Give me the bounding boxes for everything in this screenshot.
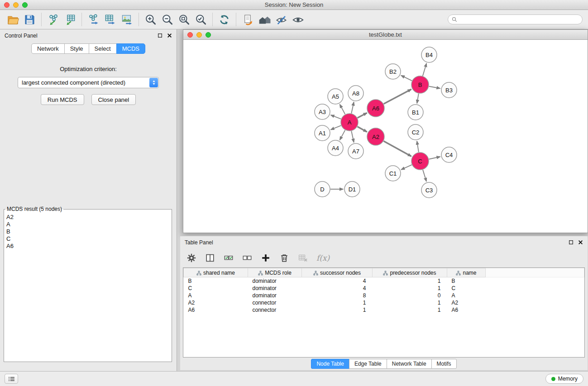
node-A[interactable]: A [341, 114, 358, 131]
network-zoom-button[interactable] [206, 32, 211, 38]
tab-motifs[interactable]: Motifs [431, 359, 457, 369]
zoom-out-icon[interactable] [159, 11, 176, 28]
zoom-window-button[interactable] [22, 2, 28, 8]
show-home-icon[interactable] [256, 11, 273, 28]
cell-predecessor-nodes[interactable]: 1 [373, 306, 447, 314]
show-overview-eye-icon[interactable] [290, 11, 306, 28]
dropdown-stepper-icon[interactable] [149, 78, 158, 87]
column-header-shared-name[interactable]: shared name [184, 268, 248, 277]
run-mcds-button[interactable]: Run MCDS [41, 94, 84, 105]
edge-B-to-B4[interactable] [423, 63, 426, 76]
node-D1[interactable]: D1 [344, 181, 360, 197]
node-B4[interactable]: B4 [421, 47, 437, 62]
network-minimize-button[interactable] [196, 32, 202, 38]
node-A7[interactable]: A7 [348, 143, 363, 159]
cell-shared-name[interactable]: A [184, 292, 248, 299]
close-panel-button[interactable]: Close panel [91, 94, 136, 105]
node-B1[interactable]: B1 [408, 105, 423, 120]
close-icon[interactable] [578, 240, 583, 245]
edge-A-to-A3[interactable] [331, 115, 341, 119]
mcds-result-item[interactable]: A6 [6, 243, 169, 250]
node-A1[interactable]: A1 [315, 125, 330, 141]
column-header-successor-nodes[interactable]: successor nodes [302, 268, 373, 277]
edge-C-to-C1[interactable] [401, 165, 412, 170]
function-builder-icon[interactable]: f(x) [316, 253, 330, 262]
cell-successor-nodes[interactable]: 4 [302, 285, 373, 292]
cell-name[interactable]: B [447, 277, 486, 285]
node-A5[interactable]: A5 [328, 89, 343, 104]
network-canvas[interactable]: B4B2BB3A5A8A6B1A3AC2A1A2A4A7C4CC1C3DD1 [183, 40, 588, 233]
save-session-icon[interactable] [21, 11, 38, 28]
node-B3[interactable]: B3 [441, 82, 457, 98]
memory-button[interactable]: Memory [545, 374, 583, 384]
node-C[interactable]: C [411, 152, 429, 170]
tab-select[interactable]: Select [89, 43, 117, 54]
column-header-mcds-role[interactable]: MCDS role [248, 268, 302, 277]
edge-A-to-A8[interactable] [351, 102, 354, 114]
cell-name[interactable]: A6 [447, 306, 486, 314]
mcds-result-item[interactable]: A [6, 221, 169, 228]
edge-B-to-B1[interactable] [417, 94, 419, 104]
cell-shared-name[interactable]: A6 [184, 306, 248, 314]
network-graph[interactable]: B4B2BB3A5A8A6B1A3AC2A1A2A4A7C4CC1C3DD1 [183, 40, 588, 233]
cell-name[interactable]: A [447, 292, 486, 299]
zoom-fit-content-icon[interactable] [176, 11, 192, 28]
search-field[interactable] [448, 14, 583, 24]
export-image-icon[interactable] [119, 11, 135, 28]
tab-node-table[interactable]: Node Table [311, 359, 349, 369]
cell-successor-nodes[interactable]: 1 [302, 299, 373, 306]
edge-A-to-A4[interactable] [340, 130, 345, 140]
open-session-file-icon[interactable] [239, 11, 256, 28]
edge-C-to-C4[interactable] [429, 157, 440, 159]
node-C3[interactable]: C3 [421, 182, 437, 198]
search-input[interactable] [459, 16, 578, 23]
node-A6[interactable]: A6 [367, 100, 384, 117]
cell-mcds-role[interactable]: connector [248, 299, 302, 306]
cell-shared-name[interactable]: B [184, 277, 248, 285]
columns-icon[interactable] [204, 252, 216, 264]
node-C4[interactable]: C4 [441, 147, 457, 162]
node-B[interactable]: B [411, 76, 429, 93]
edge-C-to-C3[interactable] [423, 170, 426, 181]
cell-mcds-role[interactable]: dominator [248, 277, 302, 285]
node-A8[interactable]: A8 [348, 86, 363, 101]
tab-style[interactable]: Style [64, 43, 89, 54]
tab-network-table[interactable]: Network Table [387, 359, 432, 369]
cell-shared-name[interactable]: C [184, 285, 248, 292]
edge-A-to-A2[interactable] [358, 127, 367, 132]
import-table-from-file-icon[interactable] [62, 11, 78, 28]
network-close-button[interactable] [187, 32, 193, 38]
node-D[interactable]: D [315, 181, 330, 197]
cell-predecessor-nodes[interactable]: 1 [373, 285, 447, 292]
cell-successor-nodes[interactable]: 1 [302, 306, 373, 314]
mcds-result-item[interactable]: C [6, 235, 169, 243]
open-file-icon[interactable] [5, 11, 21, 28]
select-all-icon[interactable] [223, 252, 234, 264]
cell-mcds-role[interactable]: dominator [248, 292, 302, 299]
cell-mcds-role[interactable]: dominator [248, 285, 302, 292]
delete-table-icon[interactable] [297, 252, 309, 264]
cell-successor-nodes[interactable]: 4 [302, 277, 373, 285]
close-window-button[interactable] [4, 2, 10, 8]
node-B2[interactable]: B2 [385, 64, 401, 79]
edge-A-to-A5[interactable] [340, 105, 345, 114]
cell-shared-name[interactable]: A2 [184, 299, 248, 306]
apply-preferred-layout-icon[interactable] [216, 11, 233, 28]
import-network-from-file-icon[interactable] [45, 11, 62, 28]
cell-name[interactable]: C [447, 285, 486, 292]
cell-mcds-role[interactable]: connector [248, 306, 302, 314]
deselect-all-icon[interactable] [241, 252, 253, 264]
edge-A2-to-C[interactable] [384, 141, 411, 157]
node-A4[interactable]: A4 [328, 140, 343, 156]
cell-name[interactable]: A2 [447, 299, 486, 306]
column-header-predecessor-nodes[interactable]: predecessor nodes [373, 268, 447, 277]
edge-B-to-B2[interactable] [401, 76, 412, 81]
zoom-in-icon[interactable] [142, 11, 159, 28]
tab-mcds[interactable]: MCDS [116, 43, 145, 54]
float-icon[interactable] [569, 240, 574, 245]
trash-icon[interactable] [278, 252, 290, 264]
network-window-titlebar[interactable]: testGlobe.txt [183, 30, 588, 40]
minimize-window-button[interactable] [13, 2, 19, 8]
add-icon[interactable] [260, 252, 272, 264]
cell-predecessor-nodes[interactable]: 1 [373, 277, 447, 285]
